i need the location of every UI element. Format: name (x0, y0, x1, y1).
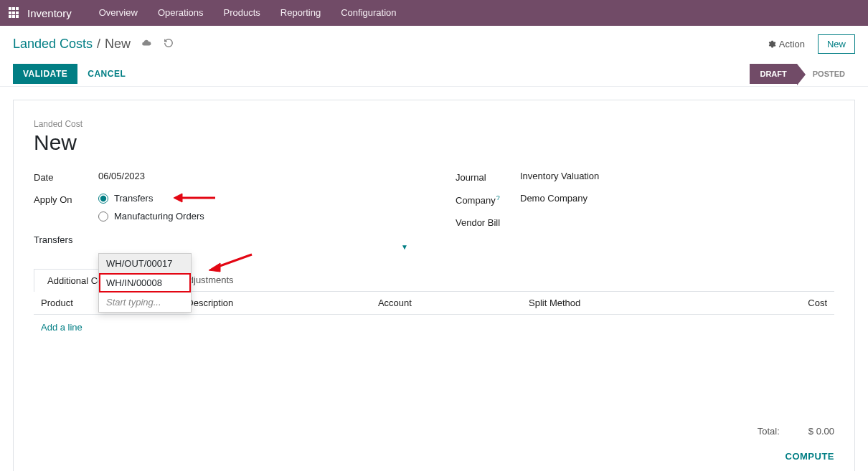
dropdown-item-whout[interactable]: WH/OUT/00017 (99, 254, 191, 273)
action-bar: VALIDATE CANCEL DRAFT POSTED (0, 61, 868, 87)
radio-transfers[interactable] (98, 194, 108, 204)
radio-mo-label: Manufacturing Orders (114, 211, 204, 222)
total-value: $ 0.00 (808, 426, 834, 437)
app-name[interactable]: Inventory (27, 7, 72, 19)
menu-reporting[interactable]: Reporting (270, 0, 331, 26)
company-label: Company? (456, 193, 520, 206)
cloud-unsaved-icon[interactable] (141, 38, 152, 50)
breadcrumb-current: New (105, 37, 131, 52)
help-icon[interactable]: ? (496, 194, 500, 201)
right-column: Journal Inventory Valuation Company? Dem… (456, 171, 834, 245)
gear-icon (767, 39, 776, 49)
col-cost[interactable]: Cost (729, 292, 834, 315)
menu-products[interactable]: Products (213, 0, 270, 26)
breadcrumb-parent[interactable]: Landed Costs (13, 37, 93, 52)
dropdown-item-whin[interactable]: WH/IN/00008 (99, 273, 191, 292)
breadcrumb-bar: Landed Costs / New Action New (0, 26, 868, 61)
apps-icon[interactable] (9, 7, 20, 19)
statusbar: DRAFT POSTED (750, 64, 855, 84)
breadcrumb-separator: / (97, 37, 100, 52)
status-draft[interactable]: DRAFT (750, 64, 796, 84)
col-description[interactable]: Description (179, 292, 371, 315)
menu-operations[interactable]: Operations (148, 0, 214, 26)
dropdown-start-typing[interactable]: Start typing... (99, 292, 191, 312)
status-posted[interactable]: POSTED (797, 64, 855, 84)
transfers-dropdown: WH/OUT/00017 WH/IN/00008 Start typing... (98, 253, 192, 313)
action-dropdown[interactable]: Action (767, 39, 805, 49)
company-value[interactable]: Demo Company (520, 193, 588, 204)
topbar: Inventory Overview Operations Products R… (0, 0, 868, 26)
date-label: Date (34, 171, 98, 183)
total-label: Total: (758, 426, 780, 437)
totals: Total: $ 0.00 COMPUTE (34, 426, 834, 462)
sheet-subtitle: Landed Cost (34, 119, 834, 129)
journal-value[interactable]: Inventory Valuation (520, 171, 599, 181)
breadcrumb: Landed Costs / New (13, 37, 131, 52)
caret-down-icon: ▼ (401, 243, 408, 251)
form-sheet: Landed Cost New Date 06/05/2023 Apply On… (13, 100, 855, 471)
new-button[interactable]: New (818, 34, 855, 54)
apply-on-mo[interactable]: Manufacturing Orders (98, 211, 204, 222)
radio-transfers-label: Transfers (114, 193, 153, 204)
radio-mo[interactable] (98, 211, 108, 222)
validate-button[interactable]: VALIDATE (13, 64, 77, 84)
top-menu: Overview Operations Products Reporting C… (89, 0, 407, 26)
date-value[interactable]: 06/05/2023 (98, 171, 145, 181)
action-label: Action (779, 39, 805, 49)
menu-overview[interactable]: Overview (89, 0, 148, 26)
apply-on-transfers[interactable]: Transfers (98, 193, 204, 204)
add-line-link[interactable]: Add a line (41, 322, 82, 333)
svg-line-2 (216, 254, 252, 267)
menu-configuration[interactable]: Configuration (331, 0, 406, 26)
col-account[interactable]: Account (371, 292, 522, 315)
cancel-button[interactable]: CANCEL (77, 64, 136, 84)
discard-icon[interactable] (164, 38, 174, 50)
compute-button[interactable]: COMPUTE (34, 451, 834, 462)
left-column: Date 06/05/2023 Apply On Transfers Manuf… (34, 171, 412, 245)
col-split[interactable]: Split Method (522, 292, 729, 315)
sheet-title: New (34, 130, 834, 155)
apply-on-label: Apply On (34, 193, 98, 205)
journal-label: Journal (456, 171, 520, 183)
transfers-label: Transfers (34, 234, 98, 245)
vendor-bill-label: Vendor Bill (456, 216, 520, 228)
